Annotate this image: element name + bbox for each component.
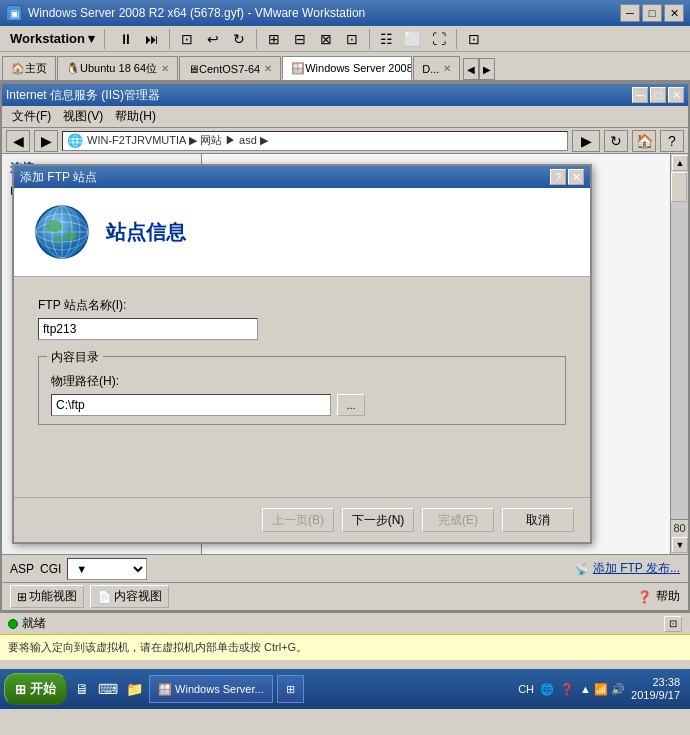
tab-ubuntu[interactable]: 🐧 Ubuntu 18 64位 ✕ <box>57 56 178 80</box>
iis-manager-window: Internet 信息服务 (IIS)管理器 ─ □ ✕ 文件(F) 视图(V)… <box>0 82 690 612</box>
iis-window-title: Internet 信息服务 (IIS)管理器 <box>6 87 160 104</box>
dialog-header-title: 站点信息 <box>106 219 186 246</box>
iis-minimize-btn[interactable]: ─ <box>632 87 648 103</box>
snapshot-button[interactable]: ⊡ <box>176 28 198 50</box>
taskbar-vm-item-2[interactable]: ⊞ <box>277 675 304 703</box>
restore-button[interactable]: ↩ <box>202 28 224 50</box>
start-button[interactable]: ⊞ 开始 <box>4 673 67 705</box>
share-button[interactable]: ⊡ <box>463 28 485 50</box>
clock-time: 23:38 <box>652 676 680 689</box>
tab-centos-close[interactable]: ✕ <box>264 63 272 74</box>
features-select[interactable]: ▼ <box>67 558 147 580</box>
features-view-icon: ⊞ <box>17 590 27 604</box>
pause-button[interactable]: ⏸ <box>115 28 137 50</box>
tab-ubuntu-close[interactable]: ✕ <box>161 63 169 74</box>
status-bar: 就绪 ⊡ <box>0 612 690 634</box>
iis-maximize-btn[interactable]: □ <box>650 87 666 103</box>
step-button[interactable]: ⏭ <box>141 28 163 50</box>
browse-button[interactable]: ... <box>337 394 365 416</box>
features-left: ASP CGI ▼ <box>10 558 566 580</box>
go-btn[interactable]: ▶ <box>572 130 600 152</box>
dialog-header: 站点信息 <box>14 188 590 277</box>
content-view-icon: 📄 <box>97 590 112 604</box>
dialog-help-btn[interactable]: ? <box>550 169 566 185</box>
start-label: 开始 <box>30 680 56 698</box>
refresh-button[interactable]: ↻ <box>228 28 250 50</box>
grid-button[interactable]: ☷ <box>376 28 398 50</box>
status-indicator <box>8 619 18 629</box>
ftp-name-label: FTP 站点名称(I): <box>38 297 566 314</box>
tab-home[interactable]: 🏠 主页 <box>2 56 56 80</box>
view1-button[interactable]: ⊞ <box>263 28 285 50</box>
refresh-addr-btn[interactable]: ↻ <box>604 130 628 152</box>
iis-address-bar: ◀ ▶ 🌐 WIN-F2TJRVMUTIA ▶ 网站 ▶ asd ▶ ▶ ↻ 🏠… <box>2 128 688 154</box>
physical-path-input[interactable] <box>51 394 331 416</box>
nav-forward-btn[interactable]: ▶ <box>34 130 58 152</box>
view2-button[interactable]: ⊟ <box>289 28 311 50</box>
add-ftp-link[interactable]: 添加 FTP 发布... <box>593 560 680 577</box>
tab-d[interactable]: D... ✕ <box>413 56 460 80</box>
toolbar-icons: ⏸ ⏭ ⊡ ↩ ↻ ⊞ ⊟ ⊠ ⊡ ☷ ⬜ ⛶ ⊡ <box>115 28 485 50</box>
minimize-button[interactable]: ─ <box>620 4 640 22</box>
home-btn[interactable]: 🏠 <box>632 130 656 152</box>
ftp-name-input[interactable] <box>38 318 258 340</box>
prev-button[interactable]: 上一页(B) <box>262 508 334 532</box>
taskbar: ⊞ 开始 🖥 ⌨ 📁 🪟 Windows Server... ⊞ CH 🌐 ❓ … <box>0 669 690 709</box>
iis-title-bar: Internet 信息服务 (IIS)管理器 ─ □ ✕ <box>2 84 688 106</box>
maximize-button[interactable]: □ <box>642 4 662 22</box>
tab-nav-right[interactable]: ▶ <box>479 58 495 80</box>
taskbar-icon-3[interactable]: 📁 <box>123 678 145 700</box>
help-btn[interactable]: ? <box>660 130 684 152</box>
address-path: WIN-F2TJRVMUTIA ▶ 网站 ▶ asd ▶ <box>87 133 268 148</box>
window-button[interactable]: ⬜ <box>402 28 424 50</box>
svg-point-7 <box>46 220 62 232</box>
workstation-label: Workstation ▾ <box>10 31 96 46</box>
tab-winserver[interactable]: 🪟 Windows Server 2008 R2 ... ✕ <box>282 56 412 80</box>
help-label: 帮助 <box>656 588 680 605</box>
tab-d-close[interactable]: ✕ <box>443 63 451 74</box>
view3-button[interactable]: ⊠ <box>315 28 337 50</box>
menu-file[interactable]: 文件(F) <box>6 106 57 127</box>
sep4 <box>369 29 370 49</box>
cancel-button[interactable]: 取消 <box>502 508 574 532</box>
tab-centos[interactable]: 🖥 CentOS7-64 ✕ <box>179 56 281 80</box>
content-view-btn[interactable]: 📄 内容视图 <box>90 585 169 608</box>
iis-body: 连接 🖥 W... 📁 Y... 🌐 网站 ▲ <box>2 154 688 554</box>
nav-back-btn[interactable]: ◀ <box>6 130 30 152</box>
svg-point-8 <box>63 231 77 241</box>
iis-view-controls: ⊞ 功能视图 📄 内容视图 ❓ 帮助 <box>2 582 688 610</box>
svg-point-9 <box>53 236 63 244</box>
add-ftp-icon: 📡 <box>574 562 589 576</box>
menu-help[interactable]: 帮助(H) <box>109 106 162 127</box>
app-icon: ▣ <box>6 5 22 21</box>
taskbar-icon-2[interactable]: ⌨ <box>97 678 119 700</box>
taskbar-icon-1[interactable]: 🖥 <box>71 678 93 700</box>
globe-icon <box>34 204 90 260</box>
tab-nav-left[interactable]: ◀ <box>463 58 479 80</box>
iis-close-btn[interactable]: ✕ <box>668 87 684 103</box>
features-view-btn[interactable]: ⊞ 功能视图 <box>10 585 84 608</box>
dialog-body: FTP 站点名称(I): 内容目录 物理路径(H): ... <box>14 277 590 497</box>
help-icon: ❓ <box>637 590 652 604</box>
taskbar-vm-item[interactable]: 🪟 Windows Server... <box>149 675 273 703</box>
next-button[interactable]: 下一步(N) <box>342 508 414 532</box>
dialog-close-btn[interactable]: ✕ <box>568 169 584 185</box>
sep3 <box>256 29 257 49</box>
dialog-title-bar: 添加 FTP 站点 ? ✕ <box>14 166 590 188</box>
taskbar-systray: CH 🌐 ❓ ▲ 📶 🔊 23:38 2019/9/17 <box>518 676 686 702</box>
workstation-menu[interactable]: Workstation ▾ <box>4 29 102 48</box>
features-view-label: 功能视图 <box>29 588 77 605</box>
status-icon: ⊡ <box>664 616 682 632</box>
windows-logo: ⊞ <box>15 682 26 697</box>
close-button[interactable]: ✕ <box>664 4 684 22</box>
add-ftp-dialog: 添加 FTP 站点 ? ✕ <box>12 164 592 544</box>
view4-button[interactable]: ⊡ <box>341 28 363 50</box>
menu-bar: Workstation ▾ ⏸ ⏭ ⊡ ↩ ↻ ⊞ ⊟ ⊠ ⊡ ☷ ⬜ ⛶ ⊡ <box>0 26 690 52</box>
menu-view[interactable]: 视图(V) <box>57 106 109 127</box>
fullscreen-button[interactable]: ⛶ <box>428 28 450 50</box>
physical-path-row: ... <box>51 394 553 416</box>
features-right: 📡 添加 FTP 发布... <box>574 560 680 577</box>
taskbar-clock: 23:38 2019/9/17 <box>631 676 680 702</box>
finish-button[interactable]: 完成(E) <box>422 508 494 532</box>
address-field[interactable]: 🌐 WIN-F2TJRVMUTIA ▶ 网站 ▶ asd ▶ <box>62 131 568 151</box>
